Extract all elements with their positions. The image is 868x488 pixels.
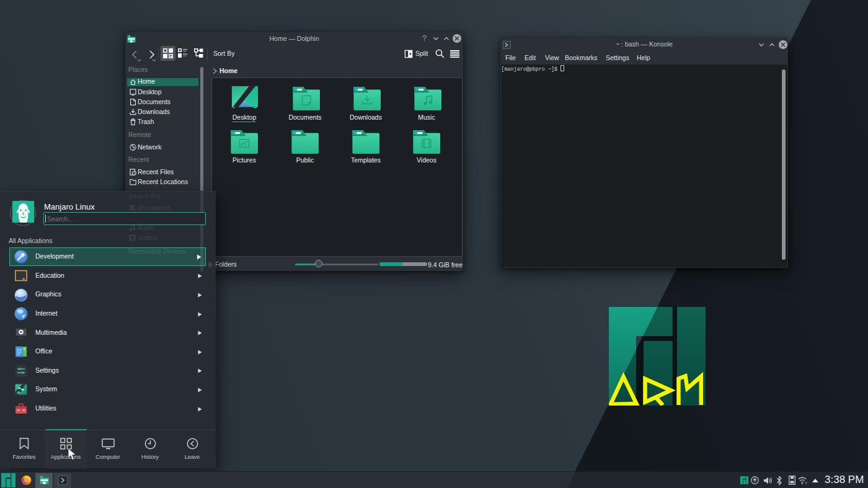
svg-text:?: ? bbox=[805, 481, 808, 486]
